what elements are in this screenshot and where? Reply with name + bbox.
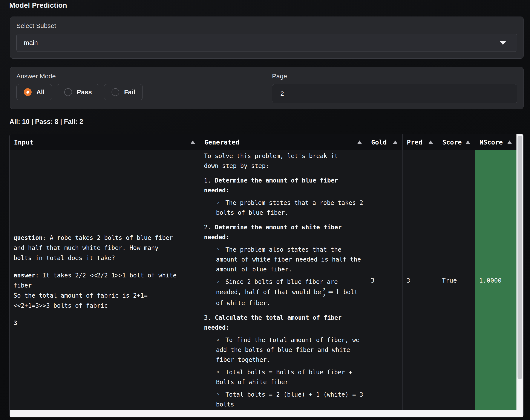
sort-asc-icon [393, 140, 398, 144]
bullet-icon: ◦ [216, 245, 225, 255]
list-item: ◦Total bolts = Bolts of blue fiber + Bol… [216, 367, 364, 387]
chevron-down-icon [500, 41, 506, 45]
list-item: ◦To find the total amount of fiber, we a… [216, 335, 364, 365]
step-3-title: 3. Calculate the total amount of fiber n… [204, 313, 364, 333]
radio-selected-icon [24, 88, 32, 96]
column-header-generated[interactable]: Generated [200, 134, 367, 150]
column-header-pred[interactable]: Pred [403, 134, 438, 150]
cell-input: question: A robe takes 2 bolts of blue f… [10, 150, 200, 410]
radio-unselected-icon [112, 88, 119, 96]
list-item: ◦Total bolts = 2 (blue) + 1 (white) = 3 … [216, 390, 364, 409]
fraction: 22 [322, 288, 326, 298]
page-label: Page [272, 72, 517, 80]
list-item-with-fraction: ◦Since 2 bolts of blue fiber are needed,… [216, 277, 364, 308]
predictions-table: Input Generated Gold Pred Score NScore [9, 134, 524, 418]
answer-mode-page-panel: Answer Mode All Pass Fail Page 2 [10, 67, 524, 109]
column-header-input[interactable]: Input [10, 134, 200, 150]
page-group: Page 2 [272, 72, 517, 104]
radio-option-pass[interactable]: Pass [57, 84, 99, 100]
answer-mode-label: Answer Mode [16, 72, 262, 80]
sort-asc-icon [507, 140, 512, 144]
horizontal-scrollbar[interactable] [10, 410, 516, 417]
table-grid: Input Generated Gold Pred Score NScore [10, 134, 516, 410]
step-2-title: 2. Determine the amount of white fiber n… [204, 223, 364, 242]
bullet-icon: ◦ [216, 198, 225, 208]
input-cell-content: question: A robe takes 2 bolts of blue f… [14, 233, 197, 328]
sort-asc-icon [428, 140, 433, 144]
step-1-title: 1. Determine the amount of blue fiber ne… [204, 176, 364, 196]
generated-cell-content: To solve this problem, let's break it do… [204, 151, 364, 409]
app-root: Model Prediction Select Subset main Answ… [0, 0, 530, 420]
final-answer: 3 [14, 318, 197, 328]
bullet-icon: ◦ [216, 367, 225, 377]
vertical-scrollbar[interactable] [516, 134, 523, 417]
math-equals: = 1 [328, 288, 340, 296]
select-subset-label: Select Subset [16, 22, 517, 29]
bullet-icon: ◦ [216, 335, 225, 345]
radio-option-fail[interactable]: Fail [104, 84, 143, 100]
cell-generated: To solve this problem, let's break it do… [200, 150, 367, 410]
answer-mode-group: Answer Mode All Pass Fail [16, 72, 262, 104]
subset-dropdown[interactable]: main [16, 34, 517, 52]
page-title: Model Prediction [9, 1, 67, 9]
select-subset-panel: Select Subset main [10, 16, 524, 59]
cell-nscore: 1.0000 [475, 150, 517, 410]
sort-asc-icon [357, 140, 362, 144]
bullet-icon: ◦ [216, 277, 225, 287]
generated-intro: To solve this problem, let's break it do… [204, 151, 364, 171]
sort-asc-icon [466, 140, 470, 144]
column-header-gold[interactable]: Gold [367, 134, 403, 150]
list-item: ◦The problem states that a robe takes 2 … [216, 198, 364, 218]
subset-dropdown-value: main [24, 39, 38, 46]
radio-option-all[interactable]: All [16, 84, 52, 100]
column-header-nscore[interactable]: NScore [475, 134, 517, 150]
counts-summary: All: 10 | Pass: 8 | Fail: 2 [9, 118, 83, 126]
bullet-icon: ◦ [216, 390, 225, 400]
cell-score: True [438, 150, 475, 410]
cell-pred: 3 [403, 150, 438, 410]
vertical-scrollbar-thumb[interactable] [517, 136, 522, 379]
column-header-score[interactable]: Score [438, 134, 475, 150]
list-item: ◦The problem also states that the amount… [216, 245, 364, 274]
page-input[interactable]: 2 [272, 84, 517, 103]
answer-mode-radio-row: All Pass Fail [16, 84, 262, 100]
sort-asc-icon [191, 140, 195, 144]
cell-gold: 3 [367, 150, 403, 410]
page-input-value: 2 [280, 90, 284, 97]
radio-unselected-icon [64, 88, 72, 96]
